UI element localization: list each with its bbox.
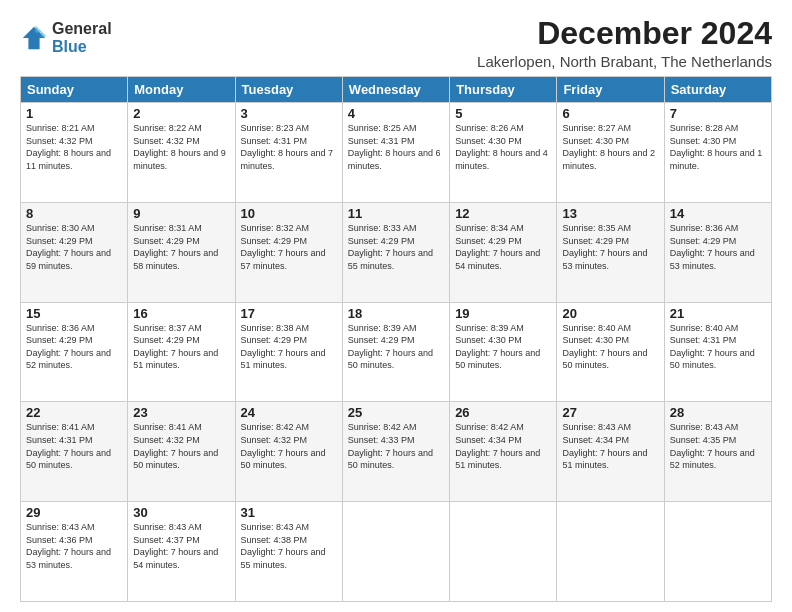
day-cell: 24 Sunrise: 8:42 AMSunset: 4:32 PMDaylig… xyxy=(235,402,342,502)
day-info: Sunrise: 8:30 AMSunset: 4:29 PMDaylight:… xyxy=(26,222,122,272)
day-number: 16 xyxy=(133,306,229,321)
day-info: Sunrise: 8:42 AMSunset: 4:34 PMDaylight:… xyxy=(455,421,551,471)
day-cell: 31 Sunrise: 8:43 AMSunset: 4:38 PMDaylig… xyxy=(235,502,342,602)
day-number: 7 xyxy=(670,106,766,121)
day-cell: 9 Sunrise: 8:31 AMSunset: 4:29 PMDayligh… xyxy=(128,202,235,302)
week-row-5: 29 Sunrise: 8:43 AMSunset: 4:36 PMDaylig… xyxy=(21,502,772,602)
day-info: Sunrise: 8:42 AMSunset: 4:33 PMDaylight:… xyxy=(348,421,444,471)
day-cell: 25 Sunrise: 8:42 AMSunset: 4:33 PMDaylig… xyxy=(342,402,449,502)
day-cell: 29 Sunrise: 8:43 AMSunset: 4:36 PMDaylig… xyxy=(21,502,128,602)
day-info: Sunrise: 8:35 AMSunset: 4:29 PMDaylight:… xyxy=(562,222,658,272)
day-cell: 26 Sunrise: 8:42 AMSunset: 4:34 PMDaylig… xyxy=(450,402,557,502)
day-cell: 19 Sunrise: 8:39 AMSunset: 4:30 PMDaylig… xyxy=(450,302,557,402)
day-number: 11 xyxy=(348,206,444,221)
day-info: Sunrise: 8:39 AMSunset: 4:29 PMDaylight:… xyxy=(348,322,444,372)
week-row-4: 22 Sunrise: 8:41 AMSunset: 4:31 PMDaylig… xyxy=(21,402,772,502)
day-cell: 22 Sunrise: 8:41 AMSunset: 4:31 PMDaylig… xyxy=(21,402,128,502)
day-cell: 27 Sunrise: 8:43 AMSunset: 4:34 PMDaylig… xyxy=(557,402,664,502)
day-info: Sunrise: 8:23 AMSunset: 4:31 PMDaylight:… xyxy=(241,122,337,172)
logo-text: General Blue xyxy=(52,20,112,55)
day-number: 13 xyxy=(562,206,658,221)
day-cell: 20 Sunrise: 8:40 AMSunset: 4:30 PMDaylig… xyxy=(557,302,664,402)
day-info: Sunrise: 8:37 AMSunset: 4:29 PMDaylight:… xyxy=(133,322,229,372)
day-info: Sunrise: 8:43 AMSunset: 4:38 PMDaylight:… xyxy=(241,521,337,571)
day-cell xyxy=(450,502,557,602)
day-number: 27 xyxy=(562,405,658,420)
day-number: 31 xyxy=(241,505,337,520)
day-number: 12 xyxy=(455,206,551,221)
day-info: Sunrise: 8:42 AMSunset: 4:32 PMDaylight:… xyxy=(241,421,337,471)
day-number: 1 xyxy=(26,106,122,121)
day-cell: 16 Sunrise: 8:37 AMSunset: 4:29 PMDaylig… xyxy=(128,302,235,402)
day-cell: 4 Sunrise: 8:25 AMSunset: 4:31 PMDayligh… xyxy=(342,103,449,203)
svg-marker-0 xyxy=(23,26,45,48)
day-info: Sunrise: 8:28 AMSunset: 4:30 PMDaylight:… xyxy=(670,122,766,172)
logo: General Blue xyxy=(20,20,112,55)
header: General Blue December 2024 Lakerlopen, N… xyxy=(20,16,772,70)
day-info: Sunrise: 8:43 AMSunset: 4:36 PMDaylight:… xyxy=(26,521,122,571)
day-number: 26 xyxy=(455,405,551,420)
col-header-monday: Monday xyxy=(128,77,235,103)
day-number: 10 xyxy=(241,206,337,221)
day-cell: 17 Sunrise: 8:38 AMSunset: 4:29 PMDaylig… xyxy=(235,302,342,402)
day-cell: 28 Sunrise: 8:43 AMSunset: 4:35 PMDaylig… xyxy=(664,402,771,502)
week-row-2: 8 Sunrise: 8:30 AMSunset: 4:29 PMDayligh… xyxy=(21,202,772,302)
week-row-3: 15 Sunrise: 8:36 AMSunset: 4:29 PMDaylig… xyxy=(21,302,772,402)
day-cell: 12 Sunrise: 8:34 AMSunset: 4:29 PMDaylig… xyxy=(450,202,557,302)
day-cell: 15 Sunrise: 8:36 AMSunset: 4:29 PMDaylig… xyxy=(21,302,128,402)
day-number: 30 xyxy=(133,505,229,520)
subtitle: Lakerlopen, North Brabant, The Netherlan… xyxy=(477,53,772,70)
day-info: Sunrise: 8:27 AMSunset: 4:30 PMDaylight:… xyxy=(562,122,658,172)
week-row-1: 1 Sunrise: 8:21 AMSunset: 4:32 PMDayligh… xyxy=(21,103,772,203)
day-info: Sunrise: 8:40 AMSunset: 4:31 PMDaylight:… xyxy=(670,322,766,372)
day-cell: 18 Sunrise: 8:39 AMSunset: 4:29 PMDaylig… xyxy=(342,302,449,402)
day-info: Sunrise: 8:22 AMSunset: 4:32 PMDaylight:… xyxy=(133,122,229,172)
col-header-friday: Friday xyxy=(557,77,664,103)
col-header-saturday: Saturday xyxy=(664,77,771,103)
day-number: 20 xyxy=(562,306,658,321)
day-info: Sunrise: 8:25 AMSunset: 4:31 PMDaylight:… xyxy=(348,122,444,172)
calendar: SundayMondayTuesdayWednesdayThursdayFrid… xyxy=(20,76,772,602)
col-header-sunday: Sunday xyxy=(21,77,128,103)
day-cell xyxy=(557,502,664,602)
day-cell: 10 Sunrise: 8:32 AMSunset: 4:29 PMDaylig… xyxy=(235,202,342,302)
day-number: 15 xyxy=(26,306,122,321)
day-number: 19 xyxy=(455,306,551,321)
day-info: Sunrise: 8:40 AMSunset: 4:30 PMDaylight:… xyxy=(562,322,658,372)
day-info: Sunrise: 8:38 AMSunset: 4:29 PMDaylight:… xyxy=(241,322,337,372)
day-number: 2 xyxy=(133,106,229,121)
day-cell: 23 Sunrise: 8:41 AMSunset: 4:32 PMDaylig… xyxy=(128,402,235,502)
day-cell: 5 Sunrise: 8:26 AMSunset: 4:30 PMDayligh… xyxy=(450,103,557,203)
day-info: Sunrise: 8:43 AMSunset: 4:35 PMDaylight:… xyxy=(670,421,766,471)
day-cell xyxy=(342,502,449,602)
day-cell: 11 Sunrise: 8:33 AMSunset: 4:29 PMDaylig… xyxy=(342,202,449,302)
day-number: 3 xyxy=(241,106,337,121)
day-number: 25 xyxy=(348,405,444,420)
day-number: 24 xyxy=(241,405,337,420)
day-number: 14 xyxy=(670,206,766,221)
title-block: December 2024 Lakerlopen, North Brabant,… xyxy=(477,16,772,70)
day-cell: 14 Sunrise: 8:36 AMSunset: 4:29 PMDaylig… xyxy=(664,202,771,302)
day-number: 23 xyxy=(133,405,229,420)
col-header-wednesday: Wednesday xyxy=(342,77,449,103)
logo-icon xyxy=(20,24,48,52)
day-cell: 13 Sunrise: 8:35 AMSunset: 4:29 PMDaylig… xyxy=(557,202,664,302)
day-info: Sunrise: 8:31 AMSunset: 4:29 PMDaylight:… xyxy=(133,222,229,272)
day-info: Sunrise: 8:26 AMSunset: 4:30 PMDaylight:… xyxy=(455,122,551,172)
day-info: Sunrise: 8:36 AMSunset: 4:29 PMDaylight:… xyxy=(26,322,122,372)
day-info: Sunrise: 8:43 AMSunset: 4:34 PMDaylight:… xyxy=(562,421,658,471)
day-cell: 1 Sunrise: 8:21 AMSunset: 4:32 PMDayligh… xyxy=(21,103,128,203)
day-info: Sunrise: 8:39 AMSunset: 4:30 PMDaylight:… xyxy=(455,322,551,372)
header-row: SundayMondayTuesdayWednesdayThursdayFrid… xyxy=(21,77,772,103)
day-info: Sunrise: 8:33 AMSunset: 4:29 PMDaylight:… xyxy=(348,222,444,272)
day-number: 4 xyxy=(348,106,444,121)
day-cell: 8 Sunrise: 8:30 AMSunset: 4:29 PMDayligh… xyxy=(21,202,128,302)
day-cell: 21 Sunrise: 8:40 AMSunset: 4:31 PMDaylig… xyxy=(664,302,771,402)
day-number: 29 xyxy=(26,505,122,520)
day-cell: 30 Sunrise: 8:43 AMSunset: 4:37 PMDaylig… xyxy=(128,502,235,602)
day-info: Sunrise: 8:32 AMSunset: 4:29 PMDaylight:… xyxy=(241,222,337,272)
col-header-tuesday: Tuesday xyxy=(235,77,342,103)
day-cell: 3 Sunrise: 8:23 AMSunset: 4:31 PMDayligh… xyxy=(235,103,342,203)
day-number: 17 xyxy=(241,306,337,321)
day-number: 5 xyxy=(455,106,551,121)
